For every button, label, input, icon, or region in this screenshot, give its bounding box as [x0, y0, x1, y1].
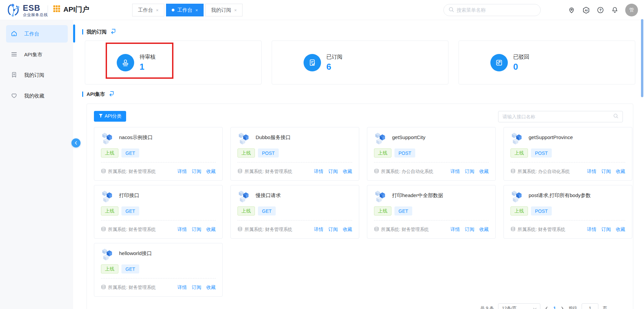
- current-page[interactable]: 1: [553, 306, 556, 309]
- menu-lines-icon: [11, 51, 17, 59]
- api-system-text: 所属系统: 办公自动化系统: [381, 169, 433, 175]
- card-action-favorite[interactable]: 收藏: [343, 227, 352, 233]
- stat-label: 待审核: [140, 54, 156, 61]
- divider: [511, 220, 625, 221]
- sidebar-item-api-market[interactable]: API集市: [6, 46, 68, 63]
- card-action-detail[interactable]: 详情: [450, 169, 460, 175]
- ai-assistant-icon[interactable]: AI: [582, 6, 590, 14]
- help-icon[interactable]: ?: [596, 6, 604, 14]
- card-action-subscribe[interactable]: 订阅: [192, 285, 201, 291]
- method-badge: GET: [121, 264, 139, 273]
- esb-api-portal-page: ESB 企业服务总线 API门户 工作台 ×: [0, 0, 644, 309]
- prev-page-icon[interactable]: [545, 306, 549, 309]
- api-market-panel: API分类 nacos示例接口 上线 GET: [87, 104, 633, 309]
- card-action-subscribe[interactable]: 订阅: [328, 227, 338, 233]
- card-action-favorite[interactable]: 收藏: [206, 169, 216, 175]
- jump-to-icon[interactable]: [108, 90, 114, 98]
- api-category-filter-button[interactable]: API分类: [94, 111, 126, 122]
- card-action-subscribe[interactable]: 订阅: [601, 169, 611, 175]
- card-action-detail[interactable]: 详情: [450, 227, 460, 233]
- card-action-favorite[interactable]: 收藏: [343, 169, 352, 175]
- sidebar-item-my-subscriptions[interactable]: 我的订阅: [6, 66, 68, 84]
- api-name[interactable]: 打印接口: [119, 192, 139, 199]
- method-badge: POST: [531, 148, 552, 158]
- api-system-text: 所属系统: 财务管理系统: [518, 227, 566, 233]
- card-action-detail[interactable]: 详情: [177, 227, 187, 233]
- api-system-text: 所属系统: 财务管理系统: [108, 285, 156, 291]
- api-search-input[interactable]: [502, 114, 610, 119]
- card-action-subscribe[interactable]: 订阅: [465, 169, 474, 175]
- api-system-text: 所属系统: 财务管理系统: [108, 227, 156, 233]
- api-name[interactable]: 慢接口请求: [256, 192, 281, 199]
- card-action-favorite[interactable]: 收藏: [616, 227, 625, 233]
- market-section-title: API集市: [82, 91, 114, 98]
- filter-button-label: API分类: [105, 113, 122, 119]
- card-action-detail[interactable]: 详情: [177, 285, 187, 291]
- jump-to-icon[interactable]: [110, 28, 116, 36]
- tab-workbench-active[interactable]: 工作台 ×: [166, 4, 204, 16]
- sidebar-item-my-favorites[interactable]: 我的收藏: [6, 87, 68, 105]
- api-name[interactable]: post请求,打印所有body参数: [529, 192, 591, 199]
- scrollbar[interactable]: [641, 19, 643, 97]
- api-search[interactable]: [498, 111, 623, 122]
- api-name[interactable]: Dubbo服务接口: [256, 134, 290, 141]
- api-cube-icon: [373, 132, 387, 146]
- stat-value: 6: [326, 62, 342, 72]
- sidebar: 工作台 API集市 我的订阅 我的收藏: [0, 20, 73, 309]
- card-action-detail[interactable]: 详情: [314, 169, 323, 175]
- card-action-subscribe[interactable]: 订阅: [465, 227, 474, 233]
- method-badge: GET: [121, 148, 139, 158]
- card-action-subscribe[interactable]: 订阅: [192, 227, 201, 233]
- card-action-detail[interactable]: 详情: [587, 227, 596, 233]
- close-icon[interactable]: ×: [156, 8, 159, 13]
- stat-card-rejected[interactable]: 已驳回 0: [459, 41, 635, 84]
- database-icon: [101, 285, 106, 291]
- card-action-favorite[interactable]: 收藏: [206, 227, 216, 233]
- database-icon: [101, 169, 106, 175]
- sidebar-collapse-button[interactable]: [71, 138, 80, 147]
- close-icon[interactable]: ×: [234, 8, 237, 13]
- page-size-select[interactable]: 12条/页: [498, 303, 540, 309]
- status-badge: 上线: [374, 206, 391, 215]
- tab-workbench[interactable]: 工作台 ×: [132, 4, 164, 16]
- card-action-detail[interactable]: 详情: [587, 169, 596, 175]
- document-check-icon: [304, 54, 321, 71]
- page-size-value: 12条/页: [502, 305, 517, 309]
- card-action-detail[interactable]: 详情: [314, 227, 323, 233]
- database-icon: [237, 169, 243, 175]
- method-badge: GET: [394, 206, 412, 215]
- card-action-favorite[interactable]: 收藏: [479, 227, 489, 233]
- card-action-subscribe[interactable]: 订阅: [601, 227, 611, 233]
- card-action-subscribe[interactable]: 订阅: [192, 169, 201, 175]
- goto-page-input[interactable]: [582, 303, 598, 309]
- api-name[interactable]: 打印header中全部数据: [392, 192, 443, 199]
- logo-title: ESB: [23, 4, 48, 12]
- next-page-icon[interactable]: [560, 306, 564, 309]
- avatar[interactable]: 管: [625, 4, 638, 16]
- card-action-favorite[interactable]: 收藏: [479, 169, 489, 175]
- api-name[interactable]: getSupportProvince: [529, 134, 573, 140]
- api-name[interactable]: helloworld接口: [119, 250, 152, 257]
- location-icon[interactable]: [568, 6, 576, 14]
- card-actions: 详情订阅收藏: [314, 169, 352, 175]
- card-action-subscribe[interactable]: 订阅: [328, 169, 338, 175]
- api-name[interactable]: getSupportCity: [392, 134, 425, 140]
- stat-card-pending-review[interactable]: 待审核 1: [85, 41, 262, 84]
- tab-my-subscriptions[interactable]: 我的订阅 ×: [205, 4, 243, 16]
- menu-search-input[interactable]: [457, 7, 536, 13]
- close-icon[interactable]: ×: [196, 8, 198, 13]
- menu-search[interactable]: [443, 4, 541, 16]
- stat-card-subscribed[interactable]: 已订阅 6: [272, 41, 448, 84]
- api-system-text: 所属系统: 办公自动化系统: [518, 169, 570, 175]
- bell-icon[interactable]: [611, 6, 619, 14]
- card-action-detail[interactable]: 详情: [177, 169, 187, 175]
- search-icon: [448, 7, 454, 14]
- card-action-favorite[interactable]: 收藏: [616, 169, 625, 175]
- api-system-text: 所属系统: 财务管理系统: [245, 169, 292, 175]
- card-action-favorite[interactable]: 收藏: [206, 285, 216, 291]
- sidebar-item-label: API集市: [24, 52, 42, 58]
- status-badge: 上线: [511, 148, 528, 158]
- sidebar-item-workbench[interactable]: 工作台: [6, 25, 68, 43]
- status-badge: 上线: [511, 206, 528, 215]
- api-name[interactable]: nacos示例接口: [119, 134, 153, 141]
